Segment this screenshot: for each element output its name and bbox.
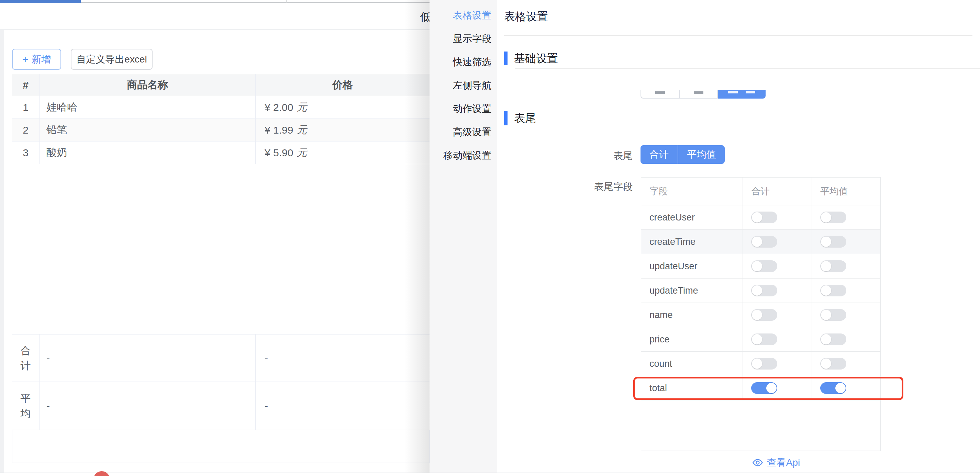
footer-type-button-group: 合计 平均值	[641, 145, 725, 164]
drawer-shadow	[405, 0, 430, 476]
summary-row-total: 合计 - -	[12, 334, 430, 382]
price-amount: ¥ 2.00	[264, 102, 293, 113]
price-unit: 元	[296, 123, 307, 137]
avg-toggle[interactable]	[820, 211, 846, 223]
footer-fields-table-header: 字段 合计 平均值	[641, 178, 880, 205]
row-index: 2	[12, 119, 40, 141]
price-amount: ¥ 5.90	[264, 147, 293, 159]
section-accent-bar	[504, 111, 508, 125]
clipped-segment	[679, 90, 718, 98]
clipped-segment-selected	[718, 90, 765, 98]
field-name: updateUser	[641, 254, 743, 278]
drawer-menu-item[interactable]: 左侧导航	[430, 74, 497, 97]
sum-toggle[interactable]	[751, 333, 777, 345]
sum-toggle[interactable]	[751, 260, 777, 272]
header-index: #	[12, 74, 40, 96]
row-price: ¥ 1.99 元	[256, 119, 430, 141]
drawer-title: 表格设置	[504, 10, 548, 23]
drawer-menu-list: 表格设置 显示字段 快速筛选 左侧导航 动作设置 高级设置 移动端设置	[430, 4, 497, 167]
section-title-basic: 基础设置	[514, 51, 558, 65]
plus-icon: +	[22, 54, 29, 65]
field-row: total	[641, 376, 880, 400]
product-table-header: # 商品名称 价格	[12, 74, 430, 96]
sum-toggle[interactable]	[751, 211, 777, 223]
screen: 低 + 新增 自定义导出excel # 商品名称 价格 1 娃哈哈 ¥ 2.00	[0, 0, 980, 476]
clipped-button-group[interactable]	[641, 90, 765, 98]
sum-toggle[interactable]	[751, 309, 777, 321]
table-row[interactable]: 1 娃哈哈 ¥ 2.00 元	[12, 96, 430, 119]
header-price: 价格	[256, 74, 430, 96]
row-price: ¥ 2.00 元	[256, 96, 430, 119]
field-row: name	[641, 303, 880, 327]
avg-toggle[interactable]	[820, 309, 846, 321]
price-unit: 元	[296, 100, 307, 114]
field-name: price	[641, 327, 743, 351]
row-index: 1	[12, 96, 40, 119]
section-accent-bar	[504, 51, 508, 65]
export-excel-button[interactable]: 自定义导出excel	[71, 49, 153, 70]
row-product-name: 酸奶	[40, 141, 256, 164]
footer-strip	[0, 473, 980, 476]
avg-toggle[interactable]	[820, 333, 846, 345]
section-title-footer: 表尾	[514, 111, 536, 125]
drawer-panel: 表格设置 基础设置 表尾 表尾 合计	[497, 0, 980, 476]
view-api-link[interactable]: 查看Api	[656, 457, 896, 468]
footer-type-option[interactable]: 合计	[641, 145, 678, 164]
add-button[interactable]: + 新增	[12, 49, 61, 70]
table-row[interactable]: 2 铅笔 ¥ 1.99 元	[12, 119, 430, 141]
table-row[interactable]: 3 酸奶 ¥ 5.90 元	[12, 141, 430, 164]
drawer-menu-item[interactable]: 快速筛选	[430, 51, 497, 74]
col-field: 字段	[641, 178, 743, 205]
field-name: updateTime	[641, 279, 743, 303]
product-table-body: 1 娃哈哈 ¥ 2.00 元 2 铅笔 ¥ 1.99 元	[4, 96, 430, 164]
view-api-label: 查看Api	[767, 456, 800, 469]
price-amount: ¥ 1.99	[264, 124, 293, 136]
eye-icon	[752, 459, 764, 467]
summary-total-name: -	[40, 335, 256, 382]
price-unit: 元	[296, 146, 307, 160]
drawer-menu-item[interactable]: 动作设置	[430, 97, 497, 121]
field-row: price	[641, 327, 880, 352]
drawer-menu-item[interactable]: 高级设置	[430, 121, 497, 144]
tab-divider	[286, 0, 286, 3]
drawer-menu-item[interactable]: 表格设置	[430, 4, 497, 27]
summary-row-average: 平均 - -	[12, 382, 430, 430]
sum-toggle[interactable]	[751, 236, 777, 248]
drawer-menu: 表格设置 显示字段 快速筛选 左侧导航 动作设置 高级设置 移动端设置	[430, 0, 497, 476]
drawer-menu-item[interactable]: 移动端设置	[430, 144, 497, 167]
divider	[515, 68, 980, 69]
add-button-label: 新增	[32, 53, 51, 66]
export-button-label: 自定义导出excel	[76, 53, 147, 66]
row-price: ¥ 5.90 元	[256, 141, 430, 164]
clipped-segment	[641, 90, 679, 98]
sum-toggle[interactable]	[751, 382, 777, 394]
pagination-strip	[12, 430, 430, 463]
footer-fields-label: 表尾字段	[583, 181, 633, 193]
drawer-menu-item[interactable]: 显示字段	[430, 27, 497, 51]
sum-toggle[interactable]	[751, 358, 777, 370]
col-avg: 平均值	[812, 178, 880, 205]
footer-type-option[interactable]: 平均值	[678, 145, 725, 164]
avg-toggle[interactable]	[820, 236, 846, 248]
summary-average-price: -	[256, 382, 430, 430]
row-product-name: 铅笔	[40, 119, 256, 141]
field-name: count	[641, 352, 743, 376]
field-row: updateUser	[641, 254, 880, 279]
summary-label-average: 平均	[21, 391, 31, 421]
divider	[515, 131, 980, 131]
summary-total-price: -	[256, 335, 430, 382]
header-name: 商品名称	[40, 74, 256, 96]
sum-toggle[interactable]	[751, 285, 777, 297]
footer-divider	[0, 473, 980, 473]
avg-toggle[interactable]	[820, 285, 846, 297]
field-row: updateTime	[641, 279, 880, 303]
avg-toggle[interactable]	[820, 382, 846, 394]
divider	[504, 35, 972, 36]
footer-fields-table: 字段 合计 平均值 createUser	[641, 177, 881, 451]
field-name: name	[641, 303, 743, 327]
content-card: + 新增 自定义导出excel # 商品名称 价格 1 娃哈哈 ¥ 2.00 元	[4, 30, 430, 473]
avg-toggle[interactable]	[820, 260, 846, 272]
footer-form-label: 表尾	[583, 150, 633, 162]
field-name: total	[641, 376, 743, 400]
avg-toggle[interactable]	[820, 358, 846, 370]
